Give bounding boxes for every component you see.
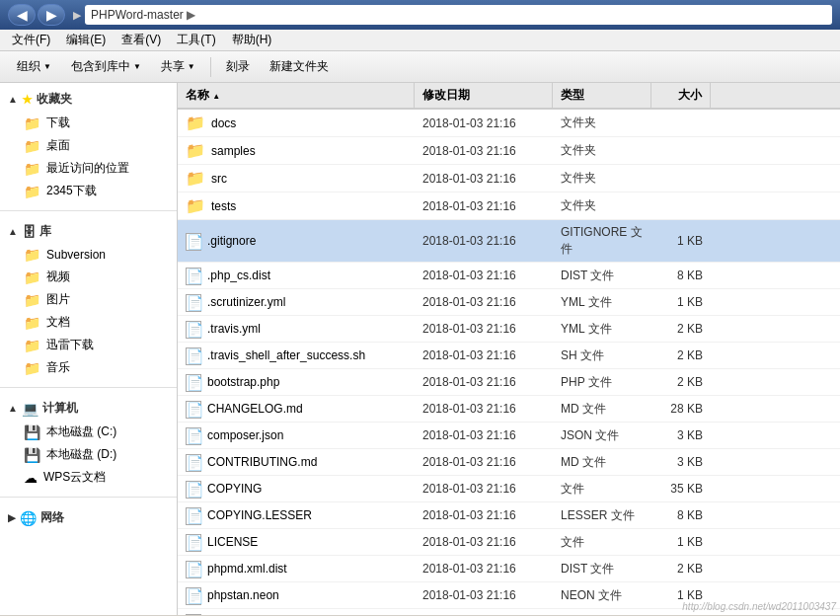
address-bar[interactable]: PHPWord-master ▶ [85, 5, 832, 25]
menu-edit[interactable]: 编辑(E) [58, 30, 114, 50]
header-date[interactable]: 修改日期 [415, 83, 553, 108]
toolbar-new-folder[interactable]: 新建文件夹 [261, 54, 338, 79]
file-row[interactable]: 📁 samples 2018-01-03 21:16 文件夹 [178, 137, 840, 165]
file-row[interactable]: 📄 .scrutinizer.yml 2018-01-03 21:16 YML … [178, 289, 840, 316]
folder-icon: 📁 [24, 161, 40, 177]
file-row[interactable]: 📄 LICENSE 2018-01-03 21:16 文件 1 KB [178, 529, 840, 556]
path-arrow: ▶ [187, 8, 195, 22]
folder-icon: 📁 [186, 196, 205, 215]
sidebar-item-recent[interactable]: 📁 最近访问的位置 [0, 157, 177, 180]
sidebar-group-network[interactable]: ▶ 🌐 网络 [0, 505, 177, 530]
organize-arrow: ▼ [43, 62, 51, 71]
file-row[interactable]: 📄 composer.json 2018-01-03 21:16 JSON 文件… [178, 423, 840, 449]
header-type[interactable]: 类型 [553, 83, 651, 108]
file-size: 3 KB [651, 426, 711, 444]
drive-c-icon: 💾 [24, 424, 40, 440]
sidebar-item-downloads[interactable]: 📁 下载 [0, 112, 177, 134]
file-icon: 📄 [186, 374, 201, 392]
file-size: 1 KB [651, 613, 711, 615]
file-rows: 📁 docs 2018-01-03 21:16 文件夹 📁 samples 20… [178, 110, 840, 615]
sidebar-item-drive-d[interactable]: 💾 本地磁盘 (D:) [0, 443, 177, 466]
xunlei-icon: 📁 [24, 338, 40, 353]
sidebar-item-music[interactable]: 📁 音乐 [0, 356, 177, 379]
file-row[interactable]: 📄 CHANGELOG.md 2018-01-03 21:16 MD 文件 28… [178, 396, 840, 423]
sidebar-item-subversion[interactable]: 📁 Subversion [0, 244, 177, 266]
sidebar-item-pictures[interactable]: 📁 图片 [0, 288, 177, 311]
sidebar-section-favorites: ▲ ★ 收藏夹 📁 下载 📁 桌面 📁 最近访问的位置 📁 2345下载 [0, 83, 177, 206]
video-label: 视频 [46, 269, 70, 285]
file-row[interactable]: 📁 src 2018-01-03 21:16 文件夹 [178, 165, 840, 192]
file-row[interactable]: 📄 .gitignore 2018-01-03 21:16 GITIGNORE … [178, 220, 840, 263]
file-type: DIST 文件 [553, 559, 651, 579]
file-size [651, 204, 711, 208]
sidebar-group-computer[interactable]: ▲ 💻 计算机 [0, 396, 177, 421]
file-size [651, 149, 711, 153]
folder-icon: 📁 [24, 116, 40, 131]
menu-help[interactable]: 帮助(H) [224, 30, 280, 50]
sidebar-item-drive-c[interactable]: 💾 本地磁盘 (C:) [0, 421, 177, 443]
file-icon: 📄 [186, 561, 201, 578]
menu-file[interactable]: 文件(F) [4, 30, 58, 50]
file-name: .travis.yml [207, 322, 261, 336]
file-row[interactable]: 📁 docs 2018-01-03 21:16 文件夹 [178, 110, 840, 137]
menubar: 文件(F) 编辑(E) 查看(V) 工具(T) 帮助(H) [0, 30, 840, 51]
burn-label: 刻录 [226, 58, 250, 75]
toolbar-share[interactable]: 共享 ▼ [152, 54, 204, 79]
file-type: SH 文件 [553, 346, 651, 366]
path-text: PHPWord-master [91, 8, 184, 22]
menu-view[interactable]: 查看(V) [114, 30, 169, 50]
file-size: 1 KB [651, 293, 711, 311]
sidebar-item-xunlei[interactable]: 📁 迅雷下载 [0, 334, 177, 356]
file-size: 2 KB [651, 373, 711, 391]
file-row[interactable]: 📄 CONTRIBUTING.md 2018-01-03 21:16 MD 文件… [178, 449, 840, 476]
file-row[interactable]: 📄 bootstrap.php 2018-01-03 21:16 PHP 文件 … [178, 369, 840, 396]
toolbar-organize[interactable]: 组织 ▼ [8, 54, 60, 79]
file-size: 1 KB [651, 232, 711, 250]
file-row[interactable]: 📄 phpmd.xml.dist 2018-01-03 21:16 DIST 文… [178, 556, 840, 582]
file-name-cell: 📄 COPYING.LESSER [178, 504, 415, 526]
sidebar-section-network: ▶ 🌐 网络 [0, 501, 177, 534]
back-button[interactable]: ◀ [8, 4, 36, 26]
library-icon: 🗄 [22, 224, 36, 240]
file-row[interactable]: 📄 .travis.yml 2018-01-03 21:16 YML 文件 2 … [178, 316, 840, 343]
file-date: 2018-01-03 21:16 [415, 373, 553, 391]
library-expand-icon: ▲ [8, 226, 18, 237]
favorites-label: 收藏夹 [37, 91, 72, 108]
file-row[interactable]: 📄 COPYING.LESSER 2018-01-03 21:16 LESSER… [178, 502, 840, 529]
menu-tools[interactable]: 工具(T) [169, 30, 223, 50]
header-size[interactable]: 大小 [651, 83, 711, 108]
sidebar-item-2345download[interactable]: 📁 2345下载 [0, 180, 177, 202]
sidebar-item-documents[interactable]: 📁 文档 [0, 311, 177, 334]
sidebar-group-library[interactable]: ▲ 🗄 库 [0, 219, 177, 244]
file-name: LICENSE [207, 535, 258, 549]
file-date: 2018-01-03 21:16 [415, 346, 553, 364]
sidebar-group-favorites[interactable]: ▲ ★ 收藏夹 [0, 87, 177, 112]
star-icon: ★ [22, 93, 33, 107]
file-icon: 📄 [186, 507, 201, 525]
sidebar-item-wps-cloud[interactable]: ☁ WPS云文档 [0, 466, 177, 489]
sidebar-item-video[interactable]: 📁 视频 [0, 266, 177, 288]
file-name: CONTRIBUTING.md [207, 455, 317, 469]
file-name-cell: 📁 docs [178, 112, 415, 134]
file-type: 文件夹 [553, 168, 651, 189]
file-row[interactable]: 📄 COPYING 2018-01-03 21:16 文件 35 KB [178, 476, 840, 502]
file-row[interactable]: 📄 .travis_shell_after_success.sh 2018-01… [178, 343, 840, 369]
file-icon: 📄 [186, 427, 201, 445]
sidebar-item-desktop[interactable]: 📁 桌面 [0, 134, 177, 157]
header-name[interactable]: 名称 ▲ [178, 83, 415, 108]
toolbar-burn[interactable]: 刻录 [217, 54, 259, 79]
forward-button[interactable]: ▶ [38, 4, 65, 26]
file-name-cell: 📁 samples [178, 139, 415, 162]
file-row[interactable]: 📁 tests 2018-01-03 21:16 文件夹 [178, 192, 840, 220]
toolbar-include-library[interactable]: 包含到库中 ▼ [62, 54, 150, 79]
include-library-label: 包含到库中 [71, 58, 130, 75]
file-name: .gitignore [207, 234, 256, 248]
file-date: 2018-01-03 21:16 [415, 320, 553, 338]
file-name: docs [211, 116, 236, 130]
file-date: 2018-01-03 21:16 [415, 613, 553, 615]
file-name-cell: 📁 src [178, 167, 415, 190]
file-type: 文件夹 [553, 140, 651, 161]
drive-d-icon: 💾 [24, 447, 40, 463]
file-row[interactable]: 📄 .php_cs.dist 2018-01-03 21:16 DIST 文件 … [178, 263, 840, 289]
file-name: src [211, 172, 227, 186]
